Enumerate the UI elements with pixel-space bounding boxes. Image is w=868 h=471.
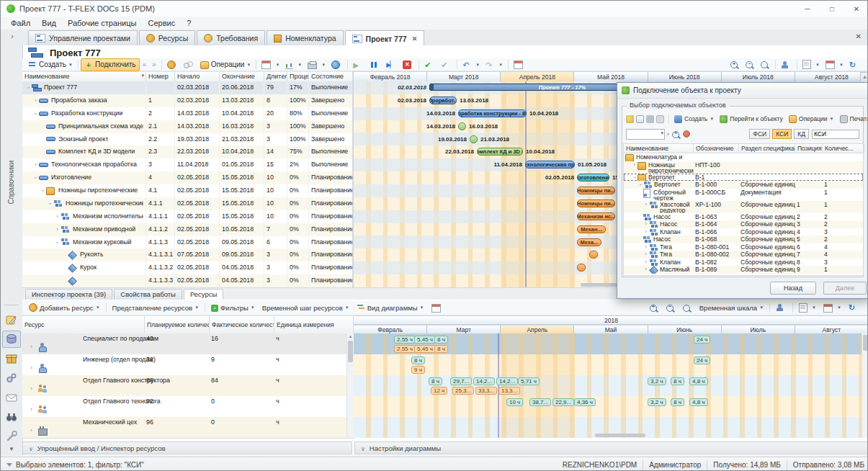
gantt-bar[interactable]: Механизм ис...: [577, 212, 615, 220]
dialog-row[interactable]: ›НасосB-1-064Сборочные единицы32: [624, 220, 863, 228]
tree-row[interactable]: ›Механизм курковый4.1.1.302.05.201809.05…: [22, 236, 354, 249]
zoom-in-button[interactable]: +: [728, 59, 743, 71]
tree-row[interactable]: Принципиальная схема изделия2.114.03.201…: [22, 120, 354, 133]
expand-all-button[interactable]: »: [149, 59, 159, 71]
dialog-titlebar[interactable]: Подключение объекта к проекту: [617, 83, 868, 99]
chart-view-button[interactable]: ▼: [282, 59, 305, 71]
gantt-bar[interactable]: [589, 251, 598, 259]
tab-Проект 777[interactable]: Проект 777✕: [345, 30, 425, 46]
link-button[interactable]: [181, 59, 197, 71]
res-zoom-out-button[interactable]: −: [663, 304, 679, 312]
gantt-bar[interactable]: Комплект КД и 3D м.: [477, 148, 523, 156]
schedule-button[interactable]: [511, 59, 528, 71]
column-filter-icon[interactable]: ▾: [141, 73, 144, 78]
gantt-bar[interactable]: Механ...: [577, 225, 606, 233]
tab-Управление проектами[interactable]: Управление проектами: [28, 30, 138, 45]
dialog-column-Позиция[interactable]: Позиция▲: [795, 144, 823, 153]
planned-hours-badge[interactable]: 8 ч: [671, 398, 684, 406]
resource-column-Единица измерения[interactable]: Единица измерения: [274, 316, 354, 334]
dialog-row[interactable]: ›Хвостовой редукторXP-1-100Сборочные еди…: [624, 201, 863, 213]
dialog-row[interactable]: Сборочный чертежB-1-000СБДокументация1: [624, 189, 863, 201]
expander-icon[interactable]: ›: [643, 243, 649, 251]
gantt-month-Май 2018[interactable]: Май 2018: [574, 71, 648, 81]
search-icon[interactable]: +: [672, 131, 679, 138]
expander-icon[interactable]: ›: [28, 427, 35, 434]
approve-disabled-button[interactable]: ✔: [438, 59, 455, 71]
dialog-row[interactable]: ›ВертолетB-1: [624, 174, 863, 181]
gantt-bar[interactable]: [470, 135, 478, 143]
resource-month-Июнь[interactable]: Июнь: [648, 325, 722, 333]
gantt-month-Март 2018[interactable]: Март 2018: [427, 71, 501, 81]
binoculars-icon[interactable]: [2, 408, 21, 426]
tree-row[interactable]: ›Технологическая проработка311.04.201801…: [22, 158, 354, 171]
operations-button[interactable]: Операции▼: [197, 59, 254, 71]
gantt-month-Февраль 2018[interactable]: Февраль 2018: [354, 71, 427, 81]
tree-column-Начало[interactable]: Начало: [175, 72, 220, 82]
rail-more-icon[interactable]: ▼: [9, 446, 14, 452]
scroll-up-arrow[interactable]: ▲: [347, 333, 354, 340]
planned-hours-badge[interactable]: 24 ч: [694, 356, 710, 364]
minimize-button[interactable]: ─: [795, 1, 820, 17]
expander-icon[interactable]: ›: [28, 406, 35, 413]
package-icon[interactable]: [2, 350, 21, 367]
diagram-view-button[interactable]: Вид диаграммы▼: [353, 303, 428, 312]
tree-row[interactable]: ›Механизм приводной4.1.1.202.05.201810.0…: [22, 223, 354, 236]
expander-icon[interactable]: ›: [643, 220, 649, 228]
tree-row[interactable]: ›Изготовление402.05.201815.05.2018100%Пл…: [22, 171, 354, 184]
gantt-bar[interactable]: Меха...: [577, 238, 601, 246]
planned-hours-badge[interactable]: 5,71 ч: [518, 377, 540, 385]
expander-icon[interactable]: ›: [643, 266, 649, 274]
dialog-connect-icon[interactable]: [626, 115, 634, 123]
expander-icon[interactable]: ›: [28, 344, 35, 350]
dialog-row[interactable]: ›МасляныйB-1-089Сборочные единицы91: [624, 266, 863, 274]
resource-view-button[interactable]: Представление ресурсов▼: [109, 304, 203, 312]
res-calendar-button[interactable]: ▼: [820, 303, 845, 313]
database-icon[interactable]: [2, 331, 21, 348]
zoom-fit-button[interactable]: [758, 59, 773, 71]
resource-row[interactable]: Отдел Главного технолога920ч›: [22, 396, 354, 418]
pause-button[interactable]: [367, 59, 383, 71]
bottom-tab-Свойства работы[interactable]: Свойства работы: [114, 289, 182, 300]
dialog-operations-button[interactable]: Операции▼: [786, 113, 837, 125]
dialog-goto-button[interactable]: Перейти к объекту: [717, 113, 786, 125]
bottom-tab-Инспектор проекта (39)[interactable]: Инспектор проекта (39): [25, 289, 112, 300]
filter-kd-button[interactable]: КД: [794, 129, 809, 139]
resource-month-Август[interactable]: Август: [795, 325, 868, 333]
dialog-row[interactable]: ›КлапанB-1-066Сборочные единицы43: [624, 228, 863, 236]
dialog-edit-icon[interactable]: [636, 115, 644, 123]
resource-row[interactable]: Специалист по продажам4016ч›: [22, 333, 354, 355]
filter-fsi-button[interactable]: ФСИ: [749, 129, 770, 139]
resource-row[interactable]: Механический цех960ч›: [22, 417, 354, 439]
planned-hours-badge[interactable]: 4,8 ч: [689, 377, 708, 385]
expander-icon[interactable]: ›: [643, 251, 649, 259]
filters-button[interactable]: ⌕Фильтры▼: [207, 304, 259, 312]
tree-row[interactable]: ›Проработка заказа102.03.201813.03.20188…: [22, 94, 354, 107]
zoom-out-button[interactable]: −: [743, 59, 758, 71]
planned-hours-badge[interactable]: 10 ч: [506, 398, 523, 406]
tree-column-Номер[interactable]: Номер: [146, 72, 175, 82]
tree-row[interactable]: Рукоять4.1.1.3.107.05.201809.05.201830%П…: [22, 248, 354, 261]
tree-row[interactable]: Курок4.1.1.3.202.05.201804.05.201830%Пла…: [22, 261, 354, 274]
dialog-row[interactable]: Номенклатура и изделия: [624, 153, 863, 161]
sidebar-item-references[interactable]: Справочники: [7, 161, 15, 205]
tree-row[interactable]: 4.1.1.3.302.05.201804.05.201830%Планиров…: [22, 274, 354, 287]
planned-hours-badge[interactable]: 22,9...: [552, 398, 574, 406]
scroll-thumb[interactable]: [348, 341, 353, 362]
print-button[interactable]: ▼: [305, 59, 328, 71]
actual-hours-badge[interactable]: 9 ч: [411, 366, 425, 374]
expander-icon[interactable]: ›: [643, 259, 649, 266]
diagram-settings-pane[interactable]: ∨Настройки диаграммы: [354, 441, 868, 454]
menu-item-Сервис[interactable]: Сервис: [142, 19, 181, 27]
resource-row[interactable]: Инженер (отдел продаж)329ч›: [22, 354, 354, 376]
expander-icon[interactable]: ›: [643, 201, 649, 209]
gantt-month-Апрель 2018[interactable]: Апрель 2018: [501, 71, 574, 81]
planned-hours-badge[interactable]: 4,8 ч: [689, 398, 708, 406]
dialog-row[interactable]: НасосB-1-068Сборочные единицы52: [624, 236, 863, 243]
menu-item-?[interactable]: ?: [181, 19, 197, 27]
assign-user-button[interactable]: [778, 59, 795, 71]
tab-Ресурсы[interactable]: Ресурсы: [139, 30, 195, 45]
web-button[interactable]: [328, 59, 345, 71]
dialog-save-icon[interactable]: [646, 115, 654, 123]
dialog-row[interactable]: ›ТягаB-1-080-001Сборочные единицы64: [624, 243, 863, 251]
resource-month-Февраль[interactable]: Февраль: [354, 325, 427, 333]
